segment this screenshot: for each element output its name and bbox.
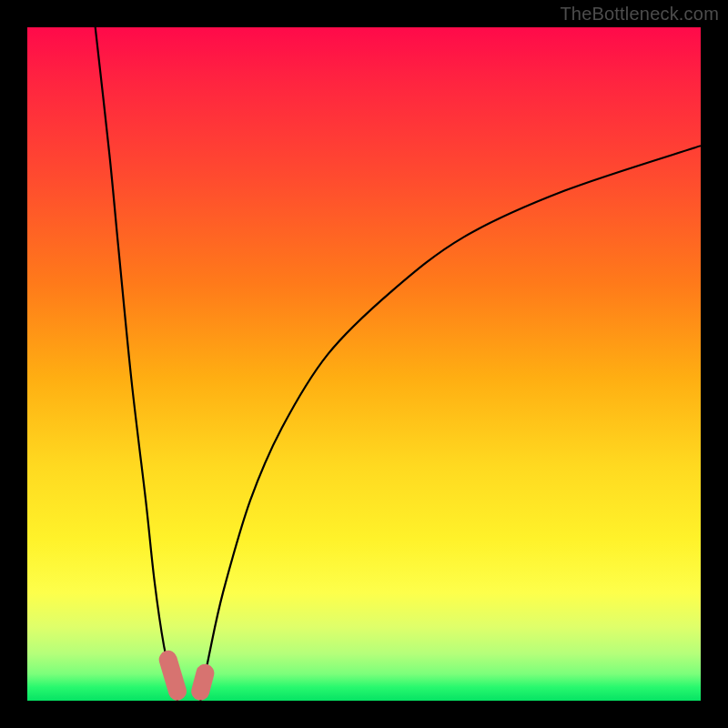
- chart-frame: TheBottleneck.com: [0, 0, 728, 728]
- curve-layer: [27, 27, 701, 701]
- source-watermark: TheBottleneck.com: [560, 4, 719, 25]
- right-bottleneck-curve: [200, 146, 701, 701]
- left-highlight-marker: [168, 660, 177, 692]
- right-highlight-marker: [200, 673, 205, 692]
- left-bottleneck-curve: [96, 27, 177, 701]
- plot-area: [27, 27, 701, 701]
